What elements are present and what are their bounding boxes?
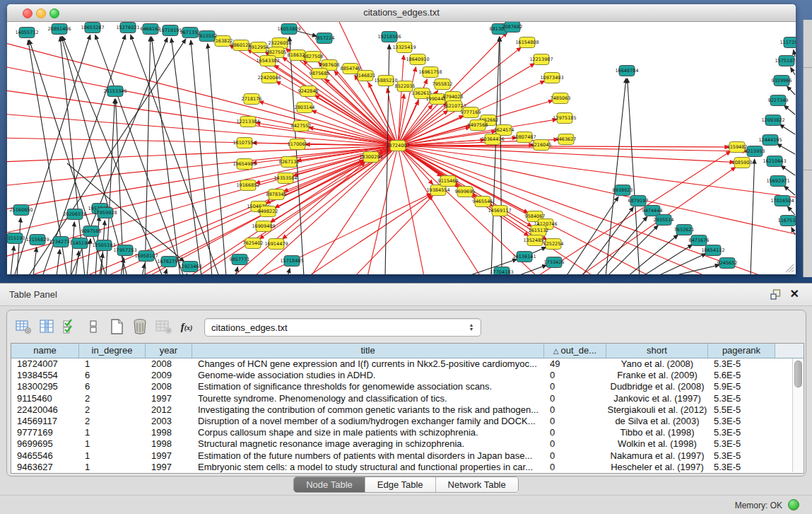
graph-node[interactable]: 6497568 (468, 120, 488, 131)
graph-node[interactable]: 19218506 (377, 32, 401, 42)
graph-node[interactable]: 16053809 (277, 24, 300, 35)
graph-node[interactable]: 1252254 (543, 239, 564, 250)
column-header-pagerank[interactable]: pagerank (708, 344, 775, 358)
graph-node[interactable]: 9777169 (461, 107, 481, 118)
graph-node[interactable]: 12213384 (236, 117, 259, 127)
network-canvas[interactable]: 1872400771638228860128891295423226058982… (7, 22, 796, 274)
graph-node[interactable]: 8215953 (745, 146, 765, 157)
graph-node[interactable]: 16210643 (763, 156, 786, 167)
graph-node[interactable]: 18640910 (406, 54, 429, 65)
graph-node[interactable]: 9465546 (473, 197, 493, 207)
graph-node[interactable]: 8427552 (291, 121, 312, 132)
graph-node[interactable]: 17016504 (770, 196, 794, 206)
graph-node[interactable]: 16914479 (264, 239, 288, 250)
graph-node[interactable]: 1733426 (544, 257, 565, 268)
delete-table-button-disabled[interactable] (153, 316, 174, 337)
graph-node[interactable]: 6216045 (531, 140, 552, 151)
table-settings-button[interactable] (13, 316, 34, 337)
table-row[interactable]: 1872400712008Changes of HCN gene express… (11, 358, 804, 370)
graph-node[interactable]: 12213987 (529, 54, 553, 65)
graph-node[interactable]: 1085903 (732, 158, 753, 168)
graph-node[interactable]: 9146821 (355, 71, 376, 81)
graph-node[interactable]: 6466162 (141, 24, 161, 35)
graph-node[interactable]: 2087682 (502, 22, 523, 33)
graph-node[interactable]: 19166852 (236, 180, 259, 191)
graph-node[interactable]: 1145194 (70, 238, 90, 249)
column-header-short[interactable]: short (606, 344, 708, 358)
resize-grip-icon[interactable] (783, 262, 794, 273)
graph-node[interactable]: 8267130 (279, 157, 300, 168)
graph-node[interactable]: 9875685 (310, 69, 330, 79)
graph-node[interactable]: 20891406 (47, 24, 71, 35)
graph-node[interactable]: 9245652 (717, 258, 738, 269)
table-row[interactable]: 969969511998Structural magnetic resonanc… (11, 438, 804, 450)
float-window-icon[interactable] (770, 289, 781, 300)
row-height-button[interactable] (83, 316, 104, 337)
graph-node[interactable]: 1170065 (288, 139, 308, 150)
graph-node[interactable]: 9498222 (258, 206, 278, 217)
column-header-title[interactable]: title (192, 344, 544, 358)
close-icon[interactable]: ✕ (790, 287, 799, 300)
graph-node[interactable]: 14569117 (488, 206, 511, 216)
column-header-year[interactable]: year (146, 344, 192, 358)
graph-node[interactable]: 9857771 (230, 255, 250, 265)
graph-node[interactable]: 10719195 (158, 25, 182, 36)
table-row[interactable]: 2242004622012Investigating the contribut… (11, 404, 804, 416)
graph-node[interactable]: 9699695 (455, 187, 476, 197)
graph-node[interactable]: 16961758 (418, 67, 442, 78)
graph-node[interactable]: 6879197 (628, 196, 649, 206)
select-all-columns-button[interactable] (59, 316, 81, 337)
graph-node[interactable]: 1615132 (529, 226, 549, 236)
graph-node[interactable]: 14055712 (15, 28, 38, 38)
table-row[interactable]: 946362711997Embryonic stem cells: a mode… (11, 462, 804, 473)
graph-node[interactable]: 16648784 (615, 66, 638, 76)
graph-node[interactable]: 14353584 (273, 173, 297, 184)
column-header-name[interactable]: name (11, 344, 79, 358)
show-columns-button[interactable] (36, 316, 57, 337)
graph-node[interactable]: 9227349 (768, 95, 789, 106)
memory-status-icon[interactable] (788, 499, 799, 510)
graph-node[interactable]: 10653287 (81, 23, 104, 33)
graph-node[interactable]: 13325419 (392, 42, 416, 53)
graph-node[interactable]: 9827508 (303, 52, 324, 62)
graph-node[interactable]: 11172044 (779, 37, 796, 48)
graph-node[interactable]: 7857224 (314, 33, 335, 44)
graph-node[interactable]: 7485063 (551, 93, 571, 104)
graph-node[interactable]: 18107554 (233, 138, 256, 148)
graph-node[interactable]: 17957253 (113, 245, 136, 256)
graph-node[interactable]: 2935514 (654, 215, 674, 226)
graph-node[interactable]: 8938923 (613, 185, 633, 196)
table-row[interactable]: 1830029562008Estimation of significance … (11, 381, 804, 392)
tab-edge-table[interactable]: Edge Table (365, 477, 436, 492)
graph-node[interactable]: 15276021 (116, 23, 139, 33)
table-row[interactable]: 1938455462009Genome-wide association stu… (11, 370, 804, 381)
table-row[interactable]: 911546021997Tourette syndrome. Phenomeno… (11, 393, 804, 404)
graph-node[interactable]: 12093822 (761, 115, 784, 126)
graph-node[interactable]: 7632621 (674, 225, 695, 235)
graph-node[interactable]: 1167533 (778, 216, 796, 226)
graph-node[interactable]: 2718176 (242, 94, 262, 105)
create-column-button[interactable] (106, 316, 127, 337)
graph-node[interactable]: 15692971 (766, 176, 789, 187)
graph-node[interactable]: 12444195 (758, 135, 782, 146)
table-row[interactable]: 1456911722003Disruption of a novel membe… (11, 416, 804, 427)
graph-node[interactable]: 9329966 (772, 76, 792, 86)
graph-node[interactable]: 9463627 (556, 134, 577, 145)
delete-column-button[interactable] (129, 316, 151, 337)
scrollbar-thumb[interactable] (794, 361, 802, 387)
graph-node[interactable]: 9315193 (7, 233, 25, 244)
graph-node[interactable]: 25160650 (9, 205, 33, 216)
graph-node[interactable]: 9242848 (298, 86, 319, 97)
graph-node[interactable]: 8471676 (689, 235, 710, 246)
vertical-scrollbar[interactable] (792, 358, 803, 472)
graph-node[interactable]: 16958107 (134, 251, 158, 262)
function-builder-button[interactable]: f(x) (176, 316, 197, 337)
tab-network-table[interactable]: Network Table (436, 477, 518, 492)
graph-node[interactable]: 12505193 (92, 240, 115, 251)
network-window-titlebar[interactable]: citations_edges.txt (7, 4, 796, 22)
table-row[interactable]: 977716911998Corpus callosum shape and si… (11, 427, 804, 438)
graph-node[interactable]: 17704183 (490, 267, 513, 275)
graph-node[interactable]: 16154808 (515, 37, 539, 48)
graph-node[interactable]: 12156829 (25, 235, 49, 245)
column-header-out_de[interactable]: △out_de... (544, 344, 606, 358)
